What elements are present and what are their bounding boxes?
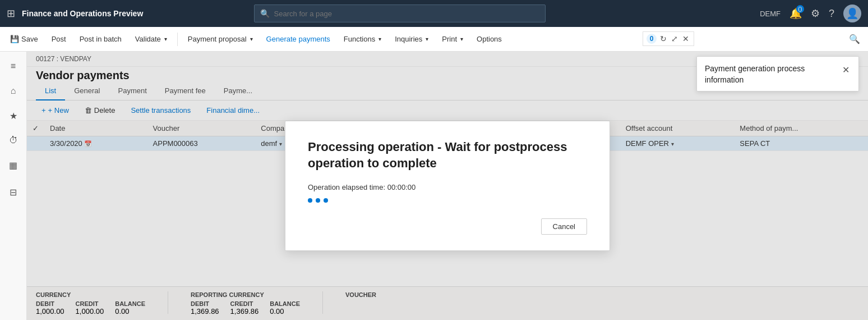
app-grid-icon[interactable]: ⊞ <box>7 7 15 20</box>
inquiries-button[interactable]: Inquiries ▾ <box>389 29 434 49</box>
help-icon[interactable]: ? <box>829 8 834 20</box>
functions-chevron: ▾ <box>378 36 381 42</box>
functions-button[interactable]: Functions ▾ <box>338 29 387 49</box>
notification-count: 0 <box>796 5 804 13</box>
validate-chevron: ▾ <box>164 36 167 42</box>
payment-proposal-button[interactable]: Payment proposal ▾ <box>182 29 258 49</box>
inquiries-chevron: ▾ <box>426 36 428 42</box>
cancel-button[interactable]: Cancel <box>541 218 587 235</box>
top-navigation-bar: ⊞ Finance and Operations Preview 🔍 DEMF … <box>0 0 868 27</box>
content-search-icon[interactable]: 🔍 <box>846 30 864 48</box>
dot-3 <box>324 198 328 203</box>
dot-1 <box>308 198 312 203</box>
search-bar[interactable]: 🔍 <box>254 4 546 22</box>
payment-proposal-chevron: ▾ <box>250 36 253 42</box>
modal-title: Processing operation - Wait for postproc… <box>308 139 587 171</box>
processing-modal: Processing operation - Wait for postproc… <box>285 121 610 250</box>
sidebar-filter-icon[interactable]: ⊟ <box>3 182 24 202</box>
info-panel-close-icon[interactable]: ✕ <box>841 63 851 76</box>
action-bar: 💾 Save Post Post in batch Validate ▾ Pay… <box>0 27 868 52</box>
options-button[interactable]: Options <box>471 29 507 49</box>
search-input[interactable] <box>274 10 539 18</box>
modal-footer: Cancel <box>308 218 587 235</box>
page-content: ≡ ⌂ ★ ⏱ ▦ ⊟ 00127 : VENDPAY Vendor payme… <box>0 52 868 320</box>
avatar-image: 👤 <box>846 7 858 20</box>
sidebar-recent-icon[interactable]: ⏱ <box>3 130 24 150</box>
post-button[interactable]: Post <box>46 29 72 49</box>
settings-icon[interactable]: ⚙ <box>811 7 820 20</box>
info-panel-title: Payment generation process information <box>705 63 841 85</box>
app-title: Finance and Operations Preview <box>22 9 143 18</box>
search-icon: 🔍 <box>260 9 270 18</box>
elapsed-value: 00:00:00 <box>387 183 416 191</box>
sidebar-favorites-icon[interactable]: ★ <box>3 106 24 126</box>
sidebar-menu-icon[interactable]: ≡ <box>3 56 24 76</box>
modal-overlay: Processing operation - Wait for postproc… <box>27 52 868 320</box>
left-sidebar: ≡ ⌂ ★ ⏱ ▦ ⊟ <box>0 52 27 320</box>
save-button[interactable]: 💾 Save <box>4 29 44 49</box>
save-icon: 💾 <box>10 35 19 43</box>
sidebar-workspaces-icon[interactable]: ▦ <box>3 155 24 175</box>
dot-2 <box>316 198 320 203</box>
modal-elapsed: Operation elapsed time: 00:00:00 <box>308 183 587 191</box>
info-panel: Payment generation process information ✕ <box>696 56 859 92</box>
avatar[interactable]: 👤 <box>843 4 861 22</box>
elapsed-label: Operation elapsed time: <box>308 183 385 191</box>
info-panel-header: Payment generation process information ✕ <box>697 57 858 91</box>
validate-button[interactable]: Validate ▾ <box>130 29 173 49</box>
divider-1 <box>177 33 178 46</box>
notification-button[interactable]: 🔔 0 <box>789 7 802 20</box>
main-area: 00127 : VENDPAY Vendor payments List Gen… <box>27 52 868 320</box>
generate-payments-button[interactable]: Generate payments <box>261 29 336 49</box>
sidebar-home-icon[interactable]: ⌂ <box>3 81 24 101</box>
print-button[interactable]: Print ▾ <box>436 29 469 49</box>
post-batch-button[interactable]: Post in batch <box>74 29 127 49</box>
top-bar-right-section: DEMF 🔔 0 ⚙ ? 👤 <box>760 4 861 22</box>
modal-loading-dots <box>308 198 587 203</box>
print-chevron: ▾ <box>460 36 463 42</box>
user-label: DEMF <box>760 10 781 18</box>
